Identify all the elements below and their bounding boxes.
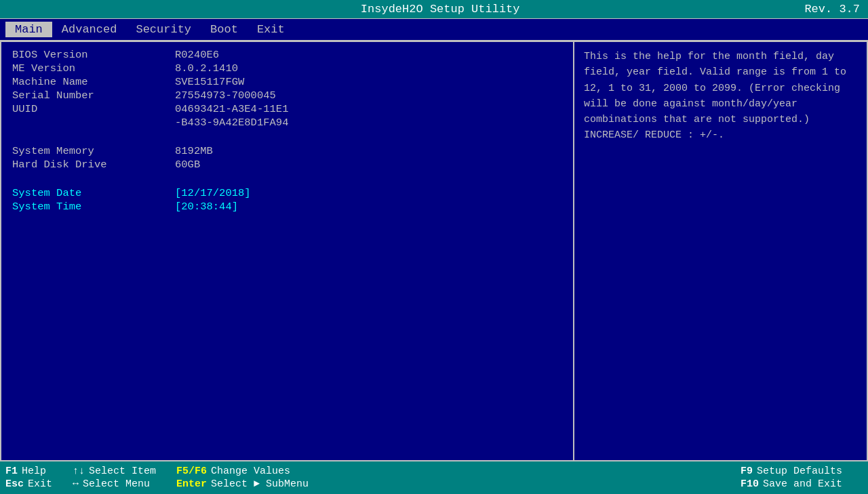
- uuid-value-1: 04693421-A3E4-11E1: [175, 103, 288, 115]
- system-memory-value: 8192MB: [175, 145, 213, 157]
- bios-setup-utility: InsydeH2O Setup Utility Rev. 3.7 Main Ad…: [0, 0, 868, 494]
- save-exit-desc: Save and Exit: [763, 478, 842, 490]
- revision-text: Rev. 3.7: [804, 3, 860, 16]
- setup-defaults-desc: Setup Defaults: [757, 466, 842, 477]
- f1-desc: Help: [22, 466, 46, 477]
- hardware-section: System Memory 8192MB Hard Disk Drive 60G…: [12, 145, 562, 172]
- hard-disk-value: 60GB: [175, 159, 200, 171]
- uuid-row: UUID 04693421-A3E4-11E1: [12, 103, 562, 115]
- title-text: InsydeH2O Setup Utility: [76, 3, 804, 16]
- leftright-key: ↔: [73, 478, 79, 490]
- save-exit-row: F10 Save and Exit: [741, 478, 842, 491]
- serial-number-value: 27554973-7000045: [175, 89, 276, 102]
- bottom-bar: F1 Help Esc Exit ↑↓ Select Item ↔ Select…: [0, 461, 868, 494]
- uuid-continuation: -B433-9A42E8D1FA94: [175, 117, 562, 129]
- bios-version-label: BIOS Version: [12, 49, 175, 61]
- menu-item-security[interactable]: Security: [126, 22, 201, 37]
- uuid-label: UUID: [12, 103, 175, 115]
- system-time-value[interactable]: [20:38:44]: [175, 201, 238, 213]
- f10-key: F10: [741, 478, 759, 490]
- me-version-label: ME Version: [12, 62, 175, 75]
- date-time-section: System Date [12/17/2018] System Time [20…: [12, 187, 562, 214]
- f5f6-key: F5/F6: [176, 466, 207, 477]
- select-menu-desc: Select Menu: [83, 478, 150, 490]
- setup-defaults-row: F9 Setup Defaults: [741, 465, 842, 478]
- hard-disk-row: Hard Disk Drive 60GB: [12, 159, 562, 171]
- serial-number-label: Serial Number: [12, 89, 175, 102]
- menu-item-exit[interactable]: Exit: [248, 22, 294, 37]
- f1-section: F1 Help Esc Exit: [5, 465, 52, 491]
- help-text: This is the help for the month field, da…: [584, 49, 857, 144]
- bios-version-row: BIOS Version R0240E6: [12, 49, 562, 61]
- esc-key: Esc: [5, 478, 24, 490]
- f1-row: F1 Help: [5, 465, 52, 478]
- help-panel: This is the help for the month field, da…: [574, 42, 867, 460]
- hard-disk-label: Hard Disk Drive: [12, 159, 175, 171]
- system-date-value[interactable]: [12/17/2018]: [175, 187, 251, 199]
- defaults-section: F9 Setup Defaults F10 Save and Exit: [741, 465, 842, 491]
- system-memory-row: System Memory 8192MB: [12, 145, 562, 157]
- serial-number-row: Serial Number 27554973-7000045: [12, 89, 562, 102]
- esc-row: Esc Exit: [5, 478, 52, 491]
- main-content: BIOS Version R0240E6 ME Version 8.0.2.14…: [0, 41, 868, 461]
- change-values-desc: Change Values: [211, 466, 290, 477]
- updown-key: ↑↓: [73, 466, 85, 477]
- title-bar: InsydeH2O Setup Utility Rev. 3.7: [0, 0, 868, 18]
- f1-key: F1: [5, 466, 18, 477]
- menu-item-main[interactable]: Main: [5, 22, 52, 37]
- change-values-row: F5/F6 Change Values: [176, 465, 309, 478]
- system-date-row[interactable]: System Date [12/17/2018]: [12, 187, 562, 199]
- machine-name-value: SVE15117FGW: [175, 76, 244, 88]
- left-panel: BIOS Version R0240E6 ME Version 8.0.2.14…: [1, 42, 574, 460]
- select-item-row: ↑↓ Select Item: [73, 465, 156, 478]
- bios-version-value: R0240E6: [175, 49, 219, 61]
- menu-item-advanced[interactable]: Advanced: [52, 22, 127, 37]
- machine-name-label: Machine Name: [12, 76, 175, 88]
- esc-desc: Exit: [28, 478, 52, 490]
- select-item-desc: Select Item: [89, 466, 156, 477]
- f9-key: F9: [741, 466, 753, 477]
- system-info-section: BIOS Version R0240E6 ME Version 8.0.2.14…: [12, 49, 562, 130]
- system-time-row[interactable]: System Time [20:38:44]: [12, 201, 562, 213]
- submenu-desc: Select ► SubMenu: [211, 478, 309, 490]
- system-time-label: System Time: [12, 201, 175, 213]
- me-version-value: 8.0.2.1410: [175, 62, 238, 75]
- me-version-row: ME Version 8.0.2.1410: [12, 62, 562, 75]
- change-section: F5/F6 Change Values Enter Select ► SubMe…: [176, 465, 309, 491]
- menu-item-boot[interactable]: Boot: [201, 22, 248, 37]
- select-menu-row: ↔ Select Menu: [73, 478, 156, 491]
- select-section: ↑↓ Select Item ↔ Select Menu: [73, 465, 156, 491]
- machine-name-row: Machine Name SVE15117FGW: [12, 76, 562, 88]
- system-date-label: System Date: [12, 187, 175, 199]
- system-memory-label: System Memory: [12, 145, 175, 157]
- menu-bar: Main Advanced Security Boot Exit: [0, 18, 868, 41]
- submenu-row: Enter Select ► SubMenu: [176, 478, 309, 491]
- enter-key: Enter: [176, 478, 207, 490]
